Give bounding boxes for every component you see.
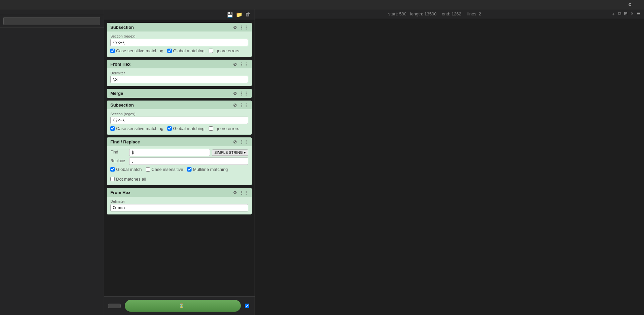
from-hex-card-2-actions: ⊘ ⋮⋮ [233,190,248,195]
subsection-2-drag-icon[interactable]: ⋮⋮ [239,103,248,108]
find-replace-checkboxes: Global match Case insensitive Multiline … [110,167,248,182]
input-body[interactable]: var _0x2F74,_0x2B4E,_0x2F39,_0x2FAF,_0x2… [255,19,644,315]
from-hex-card-2-body: Delimiter [107,197,252,214]
from-hex-1-delimiter-label: Delimiter [110,71,248,75]
step-button[interactable] [108,304,121,308]
subsection-1-disable-icon[interactable]: ⊘ [233,25,237,30]
find-row: Find SIMPLE STRING ▾ [110,149,248,156]
from-hex-1-disable-icon[interactable]: ⊘ [233,62,237,67]
input-actions: ＋ ⧉ ⊞ ✕ ☰ [611,11,641,17]
auto-bake-container [245,304,251,308]
search-input[interactable] [3,17,100,25]
from-hex-1-drag-icon[interactable]: ⋮⋮ [239,62,248,67]
auto-bake-checkbox[interactable] [245,304,249,308]
from-hex-2-delimiter-label: Delimiter [110,199,248,203]
dot-matches-all-checkbox[interactable] [110,177,115,181]
subsection-1-section-label: Section (regex) [110,34,248,38]
subsection-2-global-label: Global matching [173,126,205,131]
find-replace-card-body: Find SIMPLE STRING ▾ Replace Global matc… [107,146,252,185]
subsection-card-2-header: Subsection ⊘ ⋮⋮ [107,101,252,109]
case-insensitive-checkbox[interactable] [146,167,150,172]
bake-button[interactable]: ⏳ [125,300,241,312]
input-clear-icon[interactable]: ✕ [630,11,634,17]
merge-drag-icon[interactable]: ⋮⋮ [239,91,248,96]
top-bar-actions: ⚙ [628,2,640,7]
from-hex-2-delimiter-input[interactable] [110,204,248,211]
clear-recipe-icon[interactable]: 🗑 [245,11,251,18]
input-section: start: 580 length: 13500 end: 1262 lines… [255,9,644,315]
subsection-card-1-header: Subsection ⊘ ⋮⋮ [107,23,252,32]
input-split-icon[interactable]: ⧉ [618,11,621,17]
subsection-card-1-body: Section (regex) Case sensitive matching … [107,32,252,57]
find-replace-drag-icon[interactable]: ⋮⋮ [239,139,248,144]
subsection-2-case-sensitive-label: Case sensitive matching [116,126,163,131]
search-area [0,15,104,27]
subsection-1-case-sensitive: Case sensitive matching [110,48,163,53]
input-menu-icon[interactable]: ☰ [637,11,641,17]
merge-card: Merge ⊘ ⋮⋮ [107,89,252,98]
left-panel [0,9,104,315]
subsection-1-drag-icon[interactable]: ⋮⋮ [239,25,248,30]
subsection-card-1-title: Subsection [110,25,134,30]
find-replace-case-insensitive: Case insensitive [146,167,183,172]
multiline-label: Multiline matching [193,167,228,172]
merge-disable-icon[interactable]: ⊘ [233,91,237,96]
from-hex-2-disable-icon[interactable]: ⊘ [233,190,237,195]
subsection-card-2-actions: ⊘ ⋮⋮ [233,103,248,108]
from-hex-card-1-actions: ⊘ ⋮⋮ [233,62,248,67]
recipe-actions: 💾 📁 🗑 [226,11,251,18]
find-replace-card-header: Find / Replace ⊘ ⋮⋮ [107,138,252,146]
multiline-checkbox[interactable] [187,167,192,172]
from-hex-card-2: From Hex ⊘ ⋮⋮ Delimiter [107,188,252,214]
subsection-1-case-sensitive-checkbox[interactable] [110,49,115,53]
merge-card-header: Merge ⊘ ⋮⋮ [107,89,252,98]
subsection-1-global-checkbox[interactable] [167,49,172,53]
subsection-2-section-label: Section (regex) [110,112,248,116]
find-input[interactable] [129,149,210,156]
save-recipe-icon[interactable]: 💾 [226,11,233,18]
from-hex-card-1-body: Delimiter [107,68,252,86]
ops-list [0,27,104,315]
global-match-checkbox[interactable] [110,167,115,172]
recipe-header: 💾 📁 🗑 [104,9,255,20]
subsection-2-case-sensitive-checkbox[interactable] [110,126,115,131]
top-bar: ⚙ [0,0,644,9]
subsection-1-ignore-errors-checkbox[interactable] [209,49,213,53]
subsection-1-case-sensitive-label: Case sensitive matching [116,48,163,53]
case-insensitive-label: Case insensitive [152,167,183,172]
subsection-2-ignore-errors-label: Ignore errors [214,126,239,131]
find-type-button[interactable]: SIMPLE STRING ▾ [212,149,248,156]
subsection-1-global-label: Global matching [173,48,205,53]
merge-card-actions: ⊘ ⋮⋮ [233,91,248,96]
find-replace-dot-matches-all: Dot matches all [110,177,146,182]
from-hex-2-drag-icon[interactable]: ⋮⋮ [239,190,248,195]
replace-row: Replace [110,158,248,165]
input-add-icon[interactable]: ＋ [611,11,615,17]
input-copy-icon[interactable]: ⊞ [624,11,628,17]
subsection-card-1: Subsection ⊘ ⋮⋮ Section (regex) Case sen… [107,23,252,57]
subsection-2-disable-icon[interactable]: ⊘ [233,103,237,108]
subsection-1-section-input[interactable] [110,39,248,46]
input-header: start: 580 length: 13500 end: 1262 lines… [255,9,644,19]
open-recipe-icon[interactable]: 📁 [236,11,243,18]
subsection-2-ignore-errors-checkbox[interactable] [209,126,213,131]
subsection-card-2-body: Section (regex) Case sensitive matching … [107,109,252,134]
subsection-1-ignore-errors-label: Ignore errors [214,48,239,53]
find-replace-card-actions: ⊘ ⋮⋮ [233,139,248,144]
from-hex-card-1-title: From Hex [110,62,130,67]
input-meta-end: end: 1262 lines: 2 [442,11,481,17]
subsection-2-global-checkbox[interactable] [167,126,172,131]
find-replace-multiline: Multiline matching [187,167,228,172]
replace-input[interactable] [129,158,248,165]
subsection-2-section-input[interactable] [110,117,248,124]
subsection-2-global: Global matching [167,126,205,131]
subsection-1-global: Global matching [167,48,205,53]
find-replace-disable-icon[interactable]: ⊘ [233,139,237,144]
from-hex-card-1-header: From Hex ⊘ ⋮⋮ [107,60,252,68]
subsection-card-2-title: Subsection [110,103,134,108]
find-label: Find [110,150,127,154]
dot-matches-all-label: Dot matches all [116,177,146,182]
from-hex-card-2-title: From Hex [110,190,130,195]
from-hex-1-delimiter-input[interactable] [110,76,248,83]
recipe-body: Subsection ⊘ ⋮⋮ Section (regex) Case sen… [104,20,255,296]
